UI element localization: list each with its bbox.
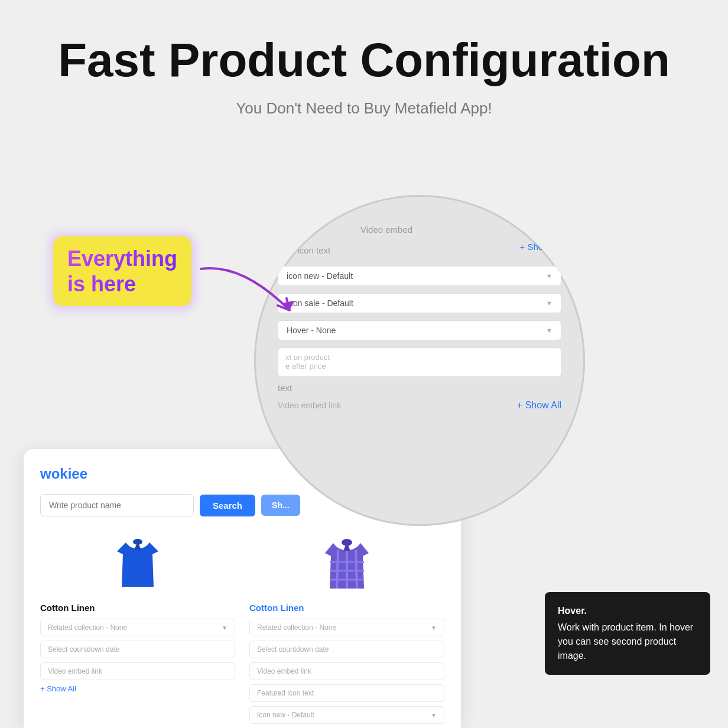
tooltip-body: Work with product item. In hover you can… xyxy=(558,620,697,663)
product-meta-2-2: Video embed link xyxy=(249,662,444,680)
show-all-magnify-2[interactable]: + Show All xyxy=(517,400,561,411)
magnify-circle: ...d link Video embed ...ed icon text + … xyxy=(254,195,585,526)
svg-line-2 xyxy=(337,550,338,589)
product-meta-1-0[interactable]: Related collection - None ▼ xyxy=(40,619,235,636)
products-grid: Cotton Linen Related collection - None ▼… xyxy=(40,531,444,728)
svg-point-1 xyxy=(133,539,142,545)
shirt-icon-2 xyxy=(320,532,373,594)
product-meta-2-0[interactable]: Related collection - None ▼ xyxy=(249,619,444,636)
product-name-2: Cotton Linen xyxy=(249,603,444,613)
svg-line-4 xyxy=(356,550,357,589)
mag-textarea-1[interactable]: xt on product e after price xyxy=(278,347,561,377)
show-all-link-1[interactable]: + Show All xyxy=(40,684,235,693)
mag-link-label: ...d link xyxy=(278,225,355,235)
arrow-icon xyxy=(195,257,337,352)
search-button[interactable]: Search xyxy=(200,495,255,516)
product-image-2 xyxy=(249,531,444,596)
product-card-1: Cotton Linen Related collection - None ▼… xyxy=(40,531,235,728)
product-meta-2-3: Featured icon text xyxy=(249,684,444,702)
product-card-2: Cotton Linen Related collection - None ▼… xyxy=(249,531,444,728)
tooltip-box: Hover. Work with product item. In hover … xyxy=(545,592,710,675)
everything-badge: Everything is here xyxy=(53,236,191,306)
mag-video-label: Video embed xyxy=(360,225,437,235)
mag-row-text: text xyxy=(278,383,561,393)
product-meta-1-2: Video embed link xyxy=(40,662,235,680)
badge-text: Everything is here xyxy=(67,246,177,297)
shirt-icon-1 xyxy=(111,534,164,593)
page-wrapper: Fast Product Configuration You Don't Nee… xyxy=(0,0,728,728)
product-meta-1-1: Select countdown date xyxy=(40,641,235,658)
mag-row-video2: Video embed link + Show All xyxy=(278,400,561,411)
product-name-1: Cotton Linen xyxy=(40,603,235,613)
tooltip-title: Hover. xyxy=(558,604,697,618)
product-image-1 xyxy=(40,531,235,596)
mag-row-links: ...d link Video embed xyxy=(278,225,561,235)
search-input[interactable] xyxy=(40,494,194,516)
mag-featured-label: ...ed icon text xyxy=(278,245,355,255)
svg-point-8 xyxy=(342,539,352,546)
show-all-button[interactable]: Sh... xyxy=(261,495,300,516)
show-all-magnify[interactable]: + Show All xyxy=(520,242,561,252)
badge-wrapper: Everything is here xyxy=(53,236,191,306)
hero-subtitle: You Don't Need to Buy Metafield App! xyxy=(236,99,492,118)
product-meta-2-1: Select countdown date xyxy=(249,641,444,658)
product-meta-2-4[interactable]: Icon new - Default ▼ xyxy=(249,706,444,724)
hero-title: Fast Product Configuration xyxy=(58,35,670,85)
mag-row-featured: ...ed icon text + Show All xyxy=(278,242,561,259)
